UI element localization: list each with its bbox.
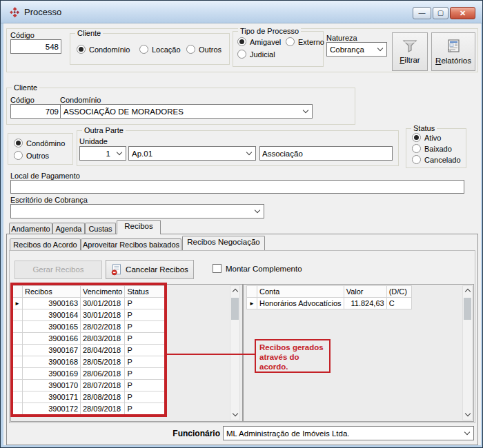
scroll-up-icon[interactable] <box>230 286 239 296</box>
radio-baixado[interactable]: Baixado <box>412 144 452 153</box>
tab-agenda[interactable]: Agenda <box>52 223 85 234</box>
column-header[interactable]: (D/C) <box>386 286 411 298</box>
cell[interactable]: 3900171 <box>23 391 81 403</box>
scroll-down-icon[interactable] <box>230 409 239 420</box>
table-row[interactable]: 390017228/09/2018P <box>12 403 165 415</box>
codigo-input[interactable] <box>10 39 61 54</box>
row-selector-cell[interactable] <box>12 333 23 345</box>
cell[interactable]: 3900166 <box>23 333 81 345</box>
grid-splitter[interactable] <box>242 284 244 422</box>
cell[interactable]: 30/01/2018 <box>81 298 125 309</box>
row-selector-cell[interactable] <box>12 309 23 321</box>
cell[interactable]: 28/03/2018 <box>81 333 125 345</box>
table-row[interactable]: 390016728/04/2018P <box>12 345 165 356</box>
radio-externo[interactable]: Externo <box>286 37 324 46</box>
tab-custas[interactable]: Custas <box>85 223 116 234</box>
cell[interactable]: 3900167 <box>23 345 81 356</box>
column-header[interactable]: Vencimento <box>81 286 125 298</box>
radio-locacao[interactable]: Locação <box>139 45 181 54</box>
cell[interactable]: 3900165 <box>23 321 81 333</box>
table-row[interactable]: 390017128/08/2018P <box>12 391 165 403</box>
cell[interactable]: P <box>125 403 165 415</box>
cell[interactable]: 28/09/2018 <box>81 403 125 415</box>
parte-nome-input[interactable] <box>259 146 393 161</box>
cell[interactable]: C <box>386 298 411 309</box>
row-selector-cell[interactable] <box>12 356 23 368</box>
cell[interactable]: 28/04/2018 <box>81 345 125 356</box>
cell[interactable]: 30/01/2018 <box>81 309 125 321</box>
montar-complemento-checkbox[interactable] <box>213 264 221 273</box>
local-pagamento-input[interactable] <box>10 180 464 194</box>
cell[interactable]: P <box>125 309 165 321</box>
cell[interactable]: 28/02/2018 <box>81 321 125 333</box>
radio-cancelado[interactable]: Cancelado <box>412 155 461 164</box>
column-header[interactable]: Conta <box>257 286 344 298</box>
unidade-numero-combobox[interactable]: 1 <box>79 146 126 161</box>
table-row[interactable]: 390016828/05/2018P <box>12 356 165 368</box>
subtab-recibos-negociacao[interactable]: Recibos Negociação <box>182 236 265 250</box>
cell[interactable]: P <box>125 391 165 403</box>
row-selector-icon[interactable]: ► <box>12 298 23 309</box>
scroll-up-icon[interactable] <box>463 286 472 296</box>
cell[interactable]: P <box>125 333 165 345</box>
natureza-combobox[interactable]: Cobrança <box>326 42 387 57</box>
radio-judicial[interactable]: Judicial <box>237 50 275 59</box>
tab-andamento[interactable]: Andamento <box>9 223 52 234</box>
cell[interactable]: 3900163 <box>23 298 81 309</box>
table-row[interactable]: 390016528/02/2018P <box>12 321 165 333</box>
column-header[interactable]: Status <box>125 286 165 298</box>
column-header[interactable]: Valor <box>344 286 386 298</box>
cell[interactable]: 3900172 <box>23 403 81 415</box>
title-bar[interactable]: Processo — ▢ ✕ <box>1 1 482 23</box>
conta-table[interactable]: ContaValor(D/C)►Honorários Advocatícios1… <box>246 285 412 309</box>
radio-amigavel[interactable]: Amigavel <box>237 37 281 46</box>
table-row[interactable]: 390017028/07/2018P <box>12 380 165 391</box>
table-row[interactable]: ►390016330/01/2018P <box>12 298 165 309</box>
radio-outros-cliente[interactable]: Outros <box>186 45 221 54</box>
cell[interactable]: 3900169 <box>23 368 81 380</box>
cell[interactable]: P <box>125 298 165 309</box>
radio-outros-parte[interactable]: Outros <box>14 151 49 160</box>
row-header-column[interactable] <box>12 286 23 298</box>
cell[interactable]: P <box>125 345 165 356</box>
table-row[interactable]: 390016430/01/2018P <box>12 309 165 321</box>
row-selector-cell[interactable] <box>12 368 23 380</box>
cancelar-recibos-button[interactable]: Cancelar Recibos <box>106 260 194 279</box>
row-selector-cell[interactable] <box>12 321 23 333</box>
radio-condomino[interactable]: Condômino <box>14 139 65 147</box>
row-selector-cell[interactable] <box>12 391 23 403</box>
table-row[interactable]: 390016628/03/2018P <box>12 333 165 345</box>
cell[interactable]: 28/08/2018 <box>81 391 125 403</box>
cell[interactable]: Honorários Advocatícios <box>257 298 344 309</box>
radio-ativo[interactable]: Ativo <box>412 133 441 142</box>
unidade-descricao-combobox[interactable]: Ap.01 <box>128 146 256 161</box>
column-header[interactable]: Recibos <box>23 286 81 298</box>
maximize-button[interactable]: ▢ <box>433 7 448 19</box>
gerar-recibos-button[interactable]: Gerar Recibos <box>14 261 102 279</box>
row-selector-cell[interactable] <box>12 345 23 356</box>
scrollbar-thumb[interactable] <box>464 298 471 320</box>
radio-condominio[interactable]: Condomínio <box>77 45 130 54</box>
relatorios-button[interactable]: Relatórios <box>431 32 475 71</box>
close-button[interactable]: ✕ <box>450 7 475 19</box>
row-selector-cell[interactable] <box>12 380 23 391</box>
conta-scrollbar[interactable] <box>462 285 473 420</box>
cell[interactable]: 3900164 <box>23 309 81 321</box>
cliente-codigo-input[interactable] <box>10 104 61 119</box>
row-selector-cell[interactable] <box>12 403 23 415</box>
cell[interactable]: 3900170 <box>23 380 81 391</box>
table-row[interactable]: 390016928/06/2018P <box>12 368 165 380</box>
recibos-scrollbar[interactable] <box>230 285 240 420</box>
escritorio-combobox[interactable] <box>10 204 264 218</box>
row-header-column[interactable] <box>247 286 257 298</box>
row-selector-icon[interactable]: ► <box>247 298 257 309</box>
filtrar-button[interactable]: Filtrar <box>392 32 428 71</box>
cell[interactable]: 28/06/2018 <box>81 368 125 380</box>
recibos-table[interactable]: RecibosVencimentoStatus►390016330/01/201… <box>12 285 165 415</box>
cell[interactable]: 3900168 <box>23 356 81 368</box>
funcionario-combobox[interactable]: ML Administração de Imóveis Ltda. <box>223 426 474 440</box>
cell[interactable]: 28/05/2018 <box>81 356 125 368</box>
tab-recibos[interactable]: Recibos <box>117 220 161 234</box>
cell[interactable]: P <box>125 356 165 368</box>
subtab-recibos-do-acordo[interactable]: Recibos do Acordo <box>10 238 81 250</box>
